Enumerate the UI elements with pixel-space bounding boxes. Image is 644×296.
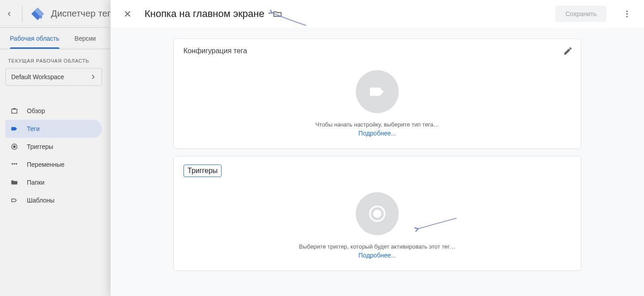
save-button[interactable]: Сохранить: [555, 6, 606, 22]
tag-type-placeholder-icon: [356, 70, 399, 113]
triggers-card[interactable]: Триггеры Выберите триггер, который будет…: [173, 156, 581, 271]
empty-text: Выберите триггер, который будет активиро…: [183, 243, 571, 250]
tag-name-input[interactable]: Кнопка на главном экране: [145, 8, 264, 20]
close-button[interactable]: [119, 5, 136, 23]
card-heading: Триггеры: [183, 165, 222, 177]
svg-point-9: [626, 13, 627, 14]
tag-editor-panel: Кнопка на главном экране Сохранить Конфи…: [111, 0, 644, 296]
more-menu-button[interactable]: [618, 5, 636, 23]
card-heading: Конфигурация тега: [183, 47, 571, 55]
folder-outline-icon[interactable]: [273, 9, 282, 19]
trigger-placeholder-icon: [356, 192, 399, 235]
learn-more-link[interactable]: Подробнее...: [183, 252, 571, 259]
svg-point-8: [626, 11, 627, 12]
tag-configuration-card[interactable]: Конфигурация тега Чтобы начать настройку…: [173, 38, 581, 149]
edit-icon[interactable]: [563, 46, 573, 58]
learn-more-link[interactable]: Подробнее...: [183, 130, 571, 137]
svg-point-10: [626, 16, 627, 17]
svg-point-12: [374, 211, 381, 217]
empty-text: Чтобы начать настройку, выберите тип тег…: [183, 121, 571, 128]
